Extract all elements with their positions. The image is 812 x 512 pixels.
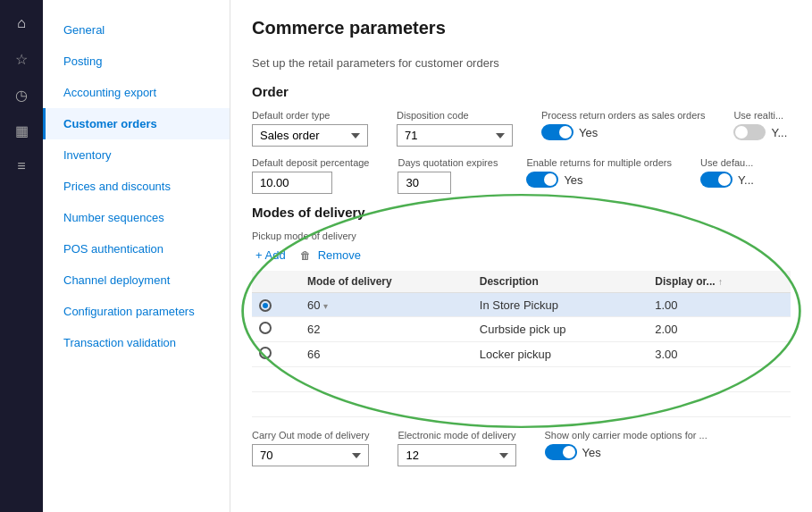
sidebar-item-transaction-validation[interactable]: Transaction validation <box>43 327 230 358</box>
process-return-orders-field: Process return orders as sales orders Ye… <box>541 110 705 140</box>
remove-icon: 🗑 <box>300 249 311 262</box>
table-row-empty-2 <box>252 392 791 417</box>
table-row[interactable]: 62 Curbside pick up 2.00 <box>252 317 791 342</box>
add-button[interactable]: + Add <box>252 247 289 264</box>
col-display-order: Display or... ↑ <box>648 271 791 293</box>
default-order-type-label: Default order type <box>252 110 368 121</box>
home-icon[interactable]: ⌂ <box>5 7 38 39</box>
order-form-row-1: Default order type Sales order Quote Dis… <box>252 110 791 147</box>
carry-out-label: Carry Out mode of delivery <box>252 430 369 441</box>
remove-btn-group: 🗑 Remove <box>300 247 364 264</box>
modes-of-delivery-container: Modes of delivery Pickup mode of deliver… <box>252 205 791 417</box>
order-form-row-2: Default deposit percentage Days quotatio… <box>252 157 791 194</box>
refresh-cell-1 <box>279 293 300 317</box>
display-order-cell-1: 1.00 <box>648 293 791 317</box>
bottom-delivery-options: Carry Out mode of delivery 70 Electronic… <box>252 430 791 466</box>
use-realtime-toggle[interactable] <box>733 124 766 140</box>
radio-cell-3 <box>252 342 279 367</box>
refresh-cell-3 <box>279 342 300 367</box>
order-section-heading: Order <box>252 84 791 99</box>
col-refresh <box>279 271 300 293</box>
sidebar-item-configuration-parameters[interactable]: Configuration parameters <box>43 296 230 327</box>
main-content: Commerce parameters Set up the retail pa… <box>230 0 812 512</box>
sidebar-item-number-sequences[interactable]: Number sequences <box>43 202 230 233</box>
process-return-orders-toggle[interactable] <box>541 124 573 140</box>
default-order-type-field: Default order type Sales order Quote <box>252 110 368 147</box>
use-realtime-label: Use realti... <box>733 110 787 121</box>
table-row-empty-1 <box>252 367 791 392</box>
sidebar-item-customer-orders[interactable]: Customer orders <box>43 108 230 139</box>
days-quotation-input[interactable] <box>398 172 451 194</box>
process-return-orders-toggle-row: Yes <box>541 124 705 140</box>
use-default-toggle-row: Y... <box>700 172 754 188</box>
sidebar-item-channel-deployment[interactable]: Channel deployment <box>43 264 230 296</box>
carry-out-field: Carry Out mode of delivery 70 <box>252 430 369 466</box>
enable-returns-multiple-toggle[interactable] <box>526 172 558 188</box>
use-default-text: Y... <box>738 173 754 187</box>
disposition-code-select[interactable]: 71 72 <box>397 124 513 147</box>
sidebar-item-general[interactable]: General <box>43 14 230 46</box>
sidebar-item-accounting-export[interactable]: Accounting export <box>43 77 230 108</box>
show-only-carrier-label: Show only carrier mode options for ... <box>545 430 707 441</box>
pickup-mode-label: Pickup mode of delivery <box>252 231 791 241</box>
page-title: Commerce parameters <box>252 18 791 38</box>
delivery-table: Mode of delivery Description Display or.… <box>252 271 791 417</box>
default-deposit-field: Default deposit percentage <box>252 157 369 194</box>
sidebar-item-inventory[interactable]: Inventory <box>43 139 230 171</box>
radio-cell-1 <box>252 293 279 317</box>
radio-button-2[interactable] <box>259 322 272 334</box>
sidebar-item-posting[interactable]: Posting <box>43 46 230 77</box>
default-deposit-input[interactable] <box>252 172 332 194</box>
disposition-code-label: Disposition code <box>397 110 513 121</box>
use-realtime-toggle-row: Y... <box>733 124 787 140</box>
radio-button-1[interactable] <box>259 299 272 312</box>
delivery-toolbar: + Add 🗑 Remove <box>252 247 791 264</box>
sidebar-item-prices-discounts[interactable]: Prices and discounts <box>43 171 230 202</box>
show-only-carrier-field: Show only carrier mode options for ... Y… <box>545 430 707 460</box>
use-default-toggle[interactable] <box>700 172 732 188</box>
table-header-row: Mode of delivery Description Display or.… <box>252 271 791 293</box>
use-default-field: Use defau... Y... <box>700 157 754 188</box>
default-order-type-select[interactable]: Sales order Quote <box>252 124 368 147</box>
radio-inner-1 <box>263 303 268 308</box>
remove-button[interactable]: Remove <box>314 247 364 264</box>
disposition-code-field: Disposition code 71 72 <box>397 110 513 147</box>
star-icon[interactable]: ☆ <box>5 43 38 75</box>
sidebar-item-pos-authentication[interactable]: POS authentication <box>43 233 230 264</box>
modes-of-delivery-heading: Modes of delivery <box>252 205 791 220</box>
mode-cell-3: 66 <box>300 342 473 367</box>
show-only-carrier-toggle-row: Yes <box>545 444 707 460</box>
show-only-carrier-toggle[interactable] <box>545 444 577 460</box>
col-description: Description <box>473 271 649 293</box>
electronic-label: Electronic mode of delivery <box>398 430 515 441</box>
refresh-cell-2 <box>279 317 300 342</box>
table-row[interactable]: 60 ▾ In Store Pickup 1.00 <box>252 293 791 317</box>
table-row[interactable]: 66 Locker pickup 3.00 <box>252 342 791 367</box>
page-subtitle: Set up the retail parameters for custome… <box>252 56 791 70</box>
description-cell-2: Curbside pick up <box>473 317 649 342</box>
enable-returns-multiple-toggle-row: Yes <box>526 172 672 188</box>
radio-button-3[interactable] <box>259 347 272 359</box>
days-quotation-field: Days quotation expires <box>398 157 498 194</box>
display-order-cell-3: 3.00 <box>648 342 791 367</box>
description-cell-1: In Store Pickup <box>473 293 649 317</box>
col-mode: Mode of delivery <box>300 271 473 293</box>
use-default-label: Use defau... <box>700 157 754 168</box>
process-return-orders-label: Process return orders as sales orders <box>541 110 705 121</box>
chevron-icon-1: ▾ <box>323 301 328 311</box>
col-radio <box>252 271 279 293</box>
enable-returns-multiple-field: Enable returns for multiple orders Yes <box>526 157 672 188</box>
list-icon[interactable]: ≡ <box>5 150 38 182</box>
default-deposit-label: Default deposit percentage <box>252 157 369 168</box>
electronic-select[interactable]: 12 <box>398 444 515 466</box>
show-only-carrier-text: Yes <box>582 446 601 459</box>
carry-out-select[interactable]: 70 <box>252 444 369 466</box>
clock-icon[interactable]: ◷ <box>5 79 38 111</box>
sort-arrow-icon: ↑ <box>718 277 723 287</box>
mode-cell-1: 60 ▾ <box>300 293 473 317</box>
calendar-icon[interactable]: ▦ <box>5 114 38 147</box>
mode-cell-2: 62 <box>300 317 473 342</box>
description-cell-3: Locker pickup <box>473 342 649 367</box>
display-order-cell-2: 2.00 <box>648 317 791 342</box>
sidebar: General Posting Accounting export Custom… <box>43 0 230 512</box>
